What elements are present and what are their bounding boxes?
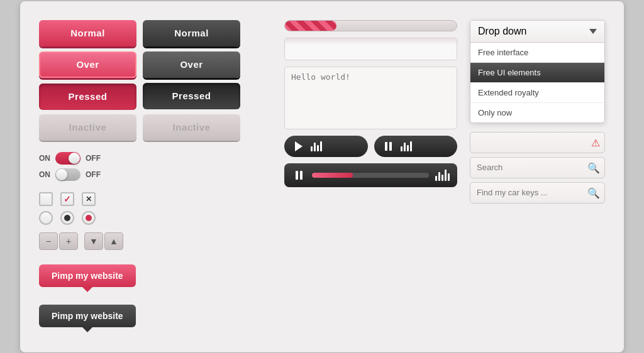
stepper-down[interactable]: ▼: [84, 232, 103, 250]
stepper-up[interactable]: ▲: [104, 232, 123, 250]
dropdown-item-4[interactable]: Only now: [470, 103, 604, 122]
bar: [441, 175, 443, 181]
dropdown-arrow-icon: [589, 29, 597, 34]
toggle-2[interactable]: [55, 168, 80, 181]
toggles-section: ON OFF ON OFF: [39, 152, 272, 181]
bar: [404, 143, 406, 151]
dropdown-item-3[interactable]: Extended royalty: [470, 83, 604, 103]
pause-bar-2: [389, 142, 392, 151]
dropdown-item-2[interactable]: Free UI elements: [470, 63, 604, 83]
pause-bar-1: [385, 142, 387, 151]
button-row-over: Over Over: [39, 52, 272, 78]
speech-btn-pink-wrapper: Pimp my website: [39, 264, 272, 287]
bar: [314, 143, 316, 151]
bar: [401, 146, 402, 151]
bar: [448, 173, 450, 181]
bars-icon-2: [401, 141, 412, 151]
inputs-column: [284, 20, 457, 334]
search-icon[interactable]: 🔍: [587, 161, 600, 173]
pause-icon: [385, 142, 392, 151]
text-area[interactable]: [284, 67, 457, 129]
toggle-on-label-1: ON: [39, 154, 50, 163]
dropdown-item-1[interactable]: Free interface: [470, 43, 604, 63]
pink-inactive-button: Inactive: [39, 114, 136, 141]
speech-button-dark[interactable]: Pimp my website: [39, 305, 136, 327]
mini-players: [284, 136, 457, 157]
dropdown-container: Drop down Free interface Free UI element…: [470, 20, 605, 123]
toggle-on-label-2: ON: [39, 170, 50, 179]
speech-btn-dark-wrapper: Pimp my website: [39, 305, 272, 327]
progress-bar-fill: [285, 21, 336, 31]
mini-player-1: [284, 136, 368, 157]
find-input[interactable]: [470, 182, 605, 204]
button-row-inactive: Inactive Inactive: [39, 114, 272, 141]
warning-icon: ⚠: [591, 136, 600, 148]
toggle-off-label-1: OFF: [86, 154, 101, 163]
error-input[interactable]: [470, 132, 605, 153]
big-bars-icon: [435, 170, 450, 181]
stepper-group-1: − +: [39, 232, 78, 250]
bar: [410, 141, 412, 151]
checkbox-empty[interactable]: [39, 192, 53, 206]
pink-pressed-button[interactable]: Pressed: [39, 84, 136, 110]
checks-radios: [39, 192, 272, 225]
speech-button-pink[interactable]: Pimp my website: [39, 264, 136, 287]
toggle-1[interactable]: [55, 152, 80, 165]
dark-inactive-button: Inactive: [143, 114, 240, 141]
big-player: [284, 163, 457, 187]
checkbox-crossed[interactable]: [82, 192, 96, 206]
play-icon: [295, 141, 303, 151]
bar: [311, 146, 313, 151]
big-pause-icon: [296, 171, 303, 180]
bar: [317, 145, 319, 151]
toggle-knob-2: [56, 169, 67, 180]
speech-buttons: Pimp my website Pimp my website: [39, 264, 272, 334]
radio-dark[interactable]: [60, 211, 74, 225]
error-input-wrapper: ⚠: [470, 127, 605, 153]
stepper-minus[interactable]: −: [39, 232, 58, 250]
button-column: Normal Normal Over Over Pressed Pressed …: [39, 20, 272, 334]
checkbox-checked[interactable]: [60, 192, 74, 206]
button-row-normal: Normal Normal: [39, 20, 272, 46]
radio-row: [39, 211, 272, 225]
dark-over-button[interactable]: Over: [143, 52, 240, 78]
dropdown-label: Drop down: [478, 26, 526, 37]
bar: [438, 172, 440, 181]
checkbox-row: [39, 192, 272, 206]
pause-bar-1: [296, 171, 298, 180]
dropdown-header[interactable]: Drop down: [470, 21, 604, 43]
stepper-plus[interactable]: +: [59, 232, 78, 250]
toggle-row-2: ON OFF: [39, 168, 272, 181]
bars-icon-1: [311, 141, 322, 151]
search-input-wrapper-2: 🔍: [470, 182, 605, 204]
pause-button[interactable]: [382, 139, 396, 153]
play-button[interactable]: [292, 139, 306, 153]
pink-over-button[interactable]: Over: [39, 52, 136, 78]
mini-player-2: [374, 136, 458, 157]
dark-pressed-button[interactable]: Pressed: [143, 83, 240, 109]
dropdown-column: Drop down Free interface Free UI element…: [470, 20, 605, 334]
pink-normal-button[interactable]: Normal: [39, 20, 136, 46]
bar: [320, 141, 322, 151]
ui-panel: Normal Normal Over Over Pressed Pressed …: [20, 1, 624, 352]
big-player-progress[interactable]: [312, 173, 429, 178]
steppers-row: − + ▼ ▲: [39, 232, 272, 250]
bar: [435, 176, 437, 181]
stepper-group-2: ▼ ▲: [84, 232, 123, 250]
progress-bar: [284, 20, 457, 31]
toggle-off-label-2: OFF: [86, 170, 101, 179]
bar: [407, 145, 409, 151]
big-pause-button[interactable]: [292, 168, 306, 182]
button-row-pressed: Pressed Pressed: [39, 83, 272, 109]
dark-normal-button[interactable]: Normal: [143, 20, 240, 46]
radio-pink[interactable]: [82, 211, 96, 225]
search-input-wrapper-1: 🔍: [470, 157, 605, 178]
find-search-icon[interactable]: 🔍: [587, 187, 600, 198]
toggle-row-1: ON OFF: [39, 152, 272, 165]
search-input[interactable]: [470, 157, 605, 178]
big-player-fill: [312, 173, 353, 178]
text-input[interactable]: [284, 38, 457, 60]
bar: [445, 170, 447, 181]
radio-empty[interactable]: [39, 211, 53, 225]
pause-bar-2: [300, 171, 303, 180]
